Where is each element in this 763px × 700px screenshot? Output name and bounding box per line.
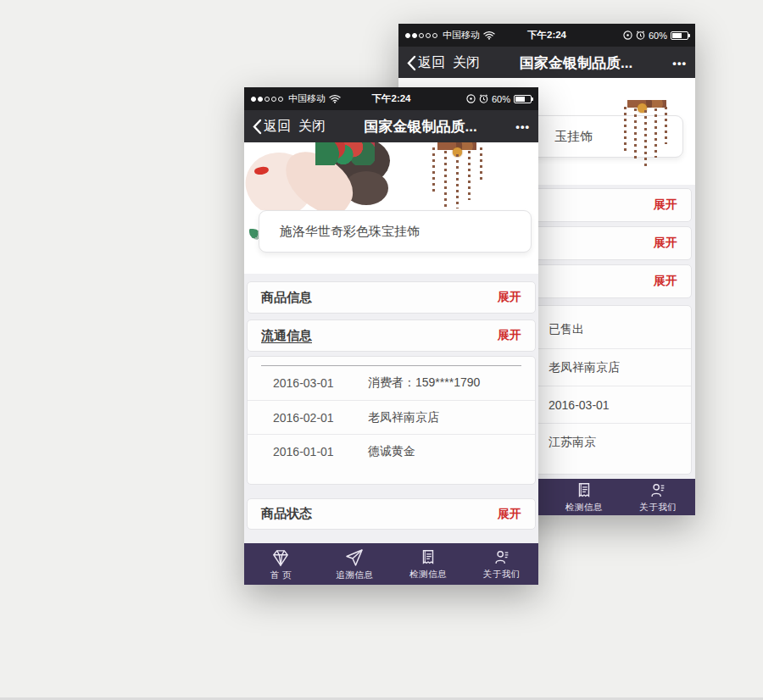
jewelry-pendant — [422, 142, 503, 210]
row-value: 德诚黄金 — [368, 444, 415, 459]
expand-button[interactable]: 展开 — [654, 197, 677, 213]
product-photo — [244, 142, 538, 210]
tab-home[interactable]: 首 页 — [244, 547, 318, 581]
product-photo-band: 施洛华世奇彩色珠宝挂饰 — [244, 142, 538, 274]
battery-percent: 60% — [649, 31, 667, 41]
section-row-product-info[interactable]: 商品信息 展开 — [247, 281, 536, 314]
product-name-partial: 玉挂饰 — [554, 129, 593, 145]
row-value: 老凤祥南京店 — [368, 410, 439, 425]
receipt-icon — [575, 481, 593, 500]
tab-inspection[interactable]: 检测信息 — [547, 481, 621, 514]
row-date: 2016-03-01 — [273, 376, 368, 390]
tab-trace[interactable]: 追溯信息 — [318, 547, 392, 581]
back-button[interactable]: 返回 — [253, 118, 291, 136]
receipt-icon — [419, 548, 437, 567]
front-phone-screenshot: 中国移动 下午2:24 60% 返回 关闭 国家金银制品质... ••• — [244, 87, 538, 585]
diamond-icon — [270, 547, 292, 568]
person-icon — [649, 481, 667, 500]
tab-bar: 首 页 追溯信息 检测信息 关于我们 — [244, 543, 538, 585]
back-chevron-icon — [407, 55, 416, 71]
nav-title: 国家金银制品质... — [333, 117, 508, 136]
status-bar: 中国移动 下午2:24 60% — [398, 24, 695, 47]
table-row: 2016-01-01 德诚黄金 — [248, 434, 535, 468]
tab-inspection[interactable]: 检测信息 — [392, 548, 465, 581]
tab-about[interactable]: 关于我们 — [465, 548, 538, 581]
back-button[interactable]: 返回 — [407, 54, 445, 72]
person-icon — [493, 548, 511, 567]
row-date: 2016-02-01 — [273, 411, 368, 425]
battery-percent: 60% — [492, 94, 510, 104]
table-row: 2016-02-01 老凤祥南京店 — [248, 400, 535, 434]
nav-bar: 返回 关闭 国家金银制品质... ••• — [398, 47, 695, 79]
model-photo — [244, 142, 397, 210]
nav-title: 国家金银制品质... — [487, 53, 665, 73]
alarm-icon — [479, 94, 488, 103]
jewelry-pendant — [612, 100, 683, 161]
table-row: 2016-03-01 消费者：159****1790 — [248, 366, 535, 400]
row-date: 2016-01-01 — [273, 445, 368, 458]
paper-plane-icon — [344, 547, 365, 568]
expand-button[interactable]: 展开 — [654, 236, 677, 251]
rotation-lock-icon — [466, 94, 476, 103]
alarm-icon — [636, 31, 645, 40]
close-button[interactable]: 关闭 — [298, 118, 326, 136]
battery-icon — [671, 31, 688, 40]
close-button[interactable]: 关闭 — [453, 54, 480, 72]
more-menu-button[interactable]: ••• — [515, 120, 530, 133]
product-name: 施洛华世奇彩色珠宝挂饰 — [280, 224, 420, 240]
section-label: 流通信息 — [261, 328, 312, 344]
section-label: 商品信息 — [261, 290, 312, 306]
section-row-circulation-info[interactable]: 流通信息 展开 — [247, 319, 536, 352]
more-menu-button[interactable]: ••• — [672, 57, 687, 69]
back-chevron-icon — [253, 119, 262, 135]
battery-icon — [514, 95, 532, 103]
circulation-table: 2016-03-01 消费者：159****1790 2016-02-01 老凤… — [247, 356, 536, 485]
row-value: 消费者：159****1790 — [368, 375, 480, 391]
nav-bar: 返回 关闭 国家金银制品质... ••• — [244, 110, 538, 142]
expand-button[interactable]: 展开 — [654, 274, 677, 289]
section-row-product-status[interactable]: 商品状态 展开 — [247, 498, 536, 530]
expand-button[interactable]: 展开 — [498, 507, 521, 522]
section-label: 商品状态 — [261, 506, 312, 522]
tab-about[interactable]: 关于我们 — [621, 481, 696, 514]
rotation-lock-icon — [623, 31, 632, 40]
hair-flowers — [315, 142, 375, 165]
status-bar: 中国移动 下午2:24 60% — [244, 87, 538, 110]
expand-button[interactable]: 展开 — [498, 290, 521, 305]
product-name-card[interactable]: 施洛华世奇彩色珠宝挂饰 — [259, 210, 532, 253]
expand-button[interactable]: 展开 — [498, 328, 521, 343]
